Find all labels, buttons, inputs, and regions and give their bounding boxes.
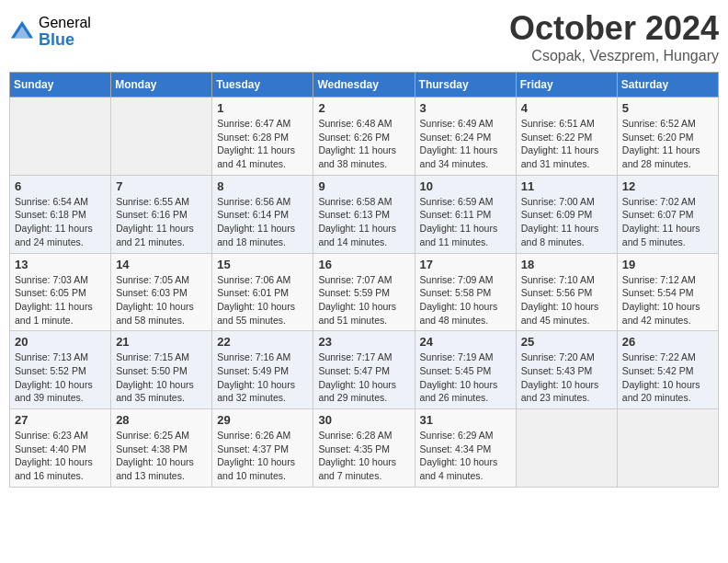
table-row: 16Sunrise: 7:07 AMSunset: 5:59 PMDayligh… xyxy=(313,253,415,331)
day-info: Sunrise: 6:54 AMSunset: 6:18 PMDaylight:… xyxy=(15,195,106,249)
table-row: 26Sunrise: 7:22 AMSunset: 5:42 PMDayligh… xyxy=(617,331,718,409)
table-row: 31Sunrise: 6:29 AMSunset: 4:34 PMDayligh… xyxy=(415,409,516,488)
day-number: 28 xyxy=(116,413,207,427)
day-number: 14 xyxy=(116,258,207,271)
table-row: 4Sunrise: 6:51 AMSunset: 6:22 PMDaylight… xyxy=(516,98,617,176)
day-info: Sunrise: 7:22 AMSunset: 5:42 PMDaylight:… xyxy=(622,350,713,405)
col-friday: Friday xyxy=(516,73,617,98)
day-number: 20 xyxy=(15,335,106,349)
day-info: Sunrise: 7:06 AMSunset: 6:01 PMDaylight:… xyxy=(217,273,308,327)
table-row: 10Sunrise: 6:59 AMSunset: 6:11 PMDayligh… xyxy=(415,175,516,253)
table-row xyxy=(111,98,212,176)
day-info: Sunrise: 7:20 AMSunset: 5:43 PMDaylight:… xyxy=(521,350,612,405)
day-info: Sunrise: 6:58 AMSunset: 6:13 PMDaylight:… xyxy=(318,195,409,249)
day-info: Sunrise: 6:23 AMSunset: 4:40 PMDaylight:… xyxy=(15,429,106,483)
table-row xyxy=(617,409,718,488)
col-tuesday: Tuesday xyxy=(212,73,313,98)
table-row: 5Sunrise: 6:52 AMSunset: 6:20 PMDaylight… xyxy=(617,98,718,176)
day-number: 17 xyxy=(420,258,511,271)
calendar-week-row: 1Sunrise: 6:47 AMSunset: 6:28 PMDaylight… xyxy=(10,98,719,176)
day-number: 19 xyxy=(622,258,713,271)
day-info: Sunrise: 6:25 AMSunset: 4:38 PMDaylight:… xyxy=(116,429,207,483)
table-row: 19Sunrise: 7:12 AMSunset: 5:54 PMDayligh… xyxy=(617,253,718,331)
day-number: 1 xyxy=(217,101,308,115)
day-number: 12 xyxy=(622,179,713,193)
table-row xyxy=(10,98,111,176)
day-number: 26 xyxy=(622,335,713,349)
day-number: 24 xyxy=(420,335,511,349)
title-section: October 2024 Csopak, Veszprem, Hungary xyxy=(509,9,719,64)
logo-text: General Blue xyxy=(39,15,91,49)
logo: General Blue xyxy=(9,15,91,49)
day-info: Sunrise: 7:00 AMSunset: 6:09 PMDaylight:… xyxy=(521,195,612,249)
col-monday: Monday xyxy=(111,73,212,98)
table-row: 30Sunrise: 6:28 AMSunset: 4:35 PMDayligh… xyxy=(313,409,415,488)
table-row: 1Sunrise: 6:47 AMSunset: 6:28 PMDaylight… xyxy=(212,98,313,176)
day-info: Sunrise: 7:17 AMSunset: 5:47 PMDaylight:… xyxy=(318,350,409,405)
table-row: 13Sunrise: 7:03 AMSunset: 6:05 PMDayligh… xyxy=(10,253,111,331)
day-number: 10 xyxy=(420,179,511,193)
day-info: Sunrise: 6:59 AMSunset: 6:11 PMDaylight:… xyxy=(420,195,511,249)
day-info: Sunrise: 6:26 AMSunset: 4:37 PMDaylight:… xyxy=(217,429,308,483)
day-info: Sunrise: 7:12 AMSunset: 5:54 PMDaylight:… xyxy=(622,273,713,327)
day-number: 11 xyxy=(521,179,612,193)
table-row: 23Sunrise: 7:17 AMSunset: 5:47 PMDayligh… xyxy=(313,331,415,409)
day-number: 13 xyxy=(15,258,106,271)
day-number: 23 xyxy=(318,335,409,349)
table-row: 9Sunrise: 6:58 AMSunset: 6:13 PMDaylight… xyxy=(313,175,415,253)
day-number: 9 xyxy=(318,179,409,193)
page-header: General Blue October 2024 Csopak, Veszpr… xyxy=(9,9,719,64)
calendar-week-row: 6Sunrise: 6:54 AMSunset: 6:18 PMDaylight… xyxy=(10,175,719,253)
table-row: 8Sunrise: 6:56 AMSunset: 6:14 PMDaylight… xyxy=(212,175,313,253)
logo-general: General xyxy=(39,15,91,31)
calendar-header-row: Sunday Monday Tuesday Wednesday Thursday… xyxy=(10,73,719,98)
col-thursday: Thursday xyxy=(415,73,516,98)
day-info: Sunrise: 6:49 AMSunset: 6:24 PMDaylight:… xyxy=(420,117,511,171)
day-info: Sunrise: 7:03 AMSunset: 6:05 PMDaylight:… xyxy=(15,273,106,327)
month-title: October 2024 xyxy=(509,9,719,48)
table-row xyxy=(516,409,617,488)
day-info: Sunrise: 7:02 AMSunset: 6:07 PMDaylight:… xyxy=(622,195,713,249)
day-number: 27 xyxy=(15,413,106,427)
table-row: 6Sunrise: 6:54 AMSunset: 6:18 PMDaylight… xyxy=(10,175,111,253)
table-row: 25Sunrise: 7:20 AMSunset: 5:43 PMDayligh… xyxy=(516,331,617,409)
table-row: 15Sunrise: 7:06 AMSunset: 6:01 PMDayligh… xyxy=(212,253,313,331)
table-row: 24Sunrise: 7:19 AMSunset: 5:45 PMDayligh… xyxy=(415,331,516,409)
day-info: Sunrise: 7:05 AMSunset: 6:03 PMDaylight:… xyxy=(116,273,207,327)
day-info: Sunrise: 6:56 AMSunset: 6:14 PMDaylight:… xyxy=(217,195,308,249)
day-info: Sunrise: 6:55 AMSunset: 6:16 PMDaylight:… xyxy=(116,195,207,249)
day-number: 29 xyxy=(217,413,308,427)
table-row: 7Sunrise: 6:55 AMSunset: 6:16 PMDaylight… xyxy=(111,175,212,253)
col-sunday: Sunday xyxy=(10,73,111,98)
day-number: 8 xyxy=(217,179,308,193)
logo-icon xyxy=(9,19,35,45)
day-info: Sunrise: 6:48 AMSunset: 6:26 PMDaylight:… xyxy=(318,117,409,171)
table-row: 11Sunrise: 7:00 AMSunset: 6:09 PMDayligh… xyxy=(516,175,617,253)
day-info: Sunrise: 6:28 AMSunset: 4:35 PMDaylight:… xyxy=(318,429,409,483)
col-saturday: Saturday xyxy=(617,73,718,98)
day-info: Sunrise: 6:51 AMSunset: 6:22 PMDaylight:… xyxy=(521,117,612,171)
calendar-table: Sunday Monday Tuesday Wednesday Thursday… xyxy=(9,72,719,488)
day-number: 7 xyxy=(116,179,207,193)
calendar-week-row: 13Sunrise: 7:03 AMSunset: 6:05 PMDayligh… xyxy=(10,253,719,331)
day-info: Sunrise: 6:29 AMSunset: 4:34 PMDaylight:… xyxy=(420,429,511,483)
table-row: 29Sunrise: 6:26 AMSunset: 4:37 PMDayligh… xyxy=(212,409,313,488)
table-row: 3Sunrise: 6:49 AMSunset: 6:24 PMDaylight… xyxy=(415,98,516,176)
day-info: Sunrise: 7:13 AMSunset: 5:52 PMDaylight:… xyxy=(15,350,106,405)
table-row: 17Sunrise: 7:09 AMSunset: 5:58 PMDayligh… xyxy=(415,253,516,331)
table-row: 18Sunrise: 7:10 AMSunset: 5:56 PMDayligh… xyxy=(516,253,617,331)
day-number: 5 xyxy=(622,101,713,115)
day-number: 3 xyxy=(420,101,511,115)
logo-blue: Blue xyxy=(39,31,91,50)
day-number: 4 xyxy=(521,101,612,115)
table-row: 21Sunrise: 7:15 AMSunset: 5:50 PMDayligh… xyxy=(111,331,212,409)
day-number: 22 xyxy=(217,335,308,349)
table-row: 14Sunrise: 7:05 AMSunset: 6:03 PMDayligh… xyxy=(111,253,212,331)
table-row: 12Sunrise: 7:02 AMSunset: 6:07 PMDayligh… xyxy=(617,175,718,253)
day-info: Sunrise: 7:07 AMSunset: 5:59 PMDaylight:… xyxy=(318,273,409,327)
day-number: 6 xyxy=(15,179,106,193)
day-number: 18 xyxy=(521,258,612,271)
day-info: Sunrise: 7:09 AMSunset: 5:58 PMDaylight:… xyxy=(420,273,511,327)
day-number: 25 xyxy=(521,335,612,349)
table-row: 28Sunrise: 6:25 AMSunset: 4:38 PMDayligh… xyxy=(111,409,212,488)
